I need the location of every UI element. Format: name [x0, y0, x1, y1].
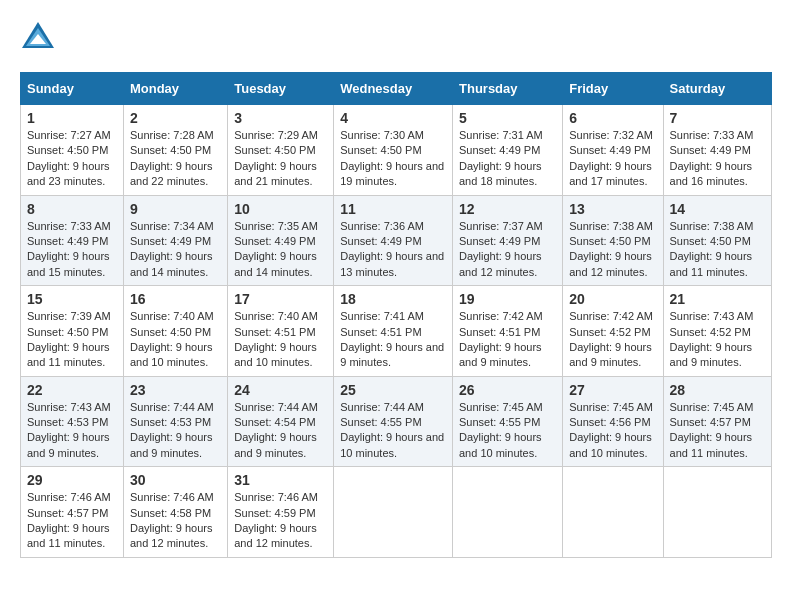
calendar-cell: 31 Sunrise: 7:46 AM Sunset: 4:59 PM Dayl…: [228, 467, 334, 558]
day-number: 25: [340, 382, 446, 398]
sunrise-label: Sunrise: 7:44 AM: [130, 401, 214, 413]
sunrise-label: Sunrise: 7:45 AM: [459, 401, 543, 413]
daylight-label: Daylight: 9 hours and 14 minutes.: [234, 250, 317, 277]
day-number: 26: [459, 382, 556, 398]
sunset-label: Sunset: 4:50 PM: [569, 235, 650, 247]
sunset-label: Sunset: 4:52 PM: [670, 326, 751, 338]
day-info: Sunrise: 7:40 AM Sunset: 4:50 PM Dayligh…: [130, 309, 221, 371]
column-header-sunday: Sunday: [21, 73, 124, 105]
calendar-cell: 26 Sunrise: 7:45 AM Sunset: 4:55 PM Dayl…: [453, 376, 563, 467]
sunrise-label: Sunrise: 7:44 AM: [234, 401, 318, 413]
calendar-cell: 11 Sunrise: 7:36 AM Sunset: 4:49 PM Dayl…: [334, 195, 453, 286]
daylight-label: Daylight: 9 hours and 16 minutes.: [670, 160, 753, 187]
day-number: 20: [569, 291, 656, 307]
sunrise-label: Sunrise: 7:44 AM: [340, 401, 424, 413]
day-info: Sunrise: 7:34 AM Sunset: 4:49 PM Dayligh…: [130, 219, 221, 281]
daylight-label: Daylight: 9 hours and 10 minutes.: [459, 431, 542, 458]
sunrise-label: Sunrise: 7:45 AM: [670, 401, 754, 413]
day-number: 16: [130, 291, 221, 307]
column-header-wednesday: Wednesday: [334, 73, 453, 105]
week-row-1: 1 Sunrise: 7:27 AM Sunset: 4:50 PM Dayli…: [21, 105, 772, 196]
calendar-cell: 9 Sunrise: 7:34 AM Sunset: 4:49 PM Dayli…: [123, 195, 227, 286]
day-number: 28: [670, 382, 765, 398]
sunset-label: Sunset: 4:55 PM: [459, 416, 540, 428]
sunrise-label: Sunrise: 7:29 AM: [234, 129, 318, 141]
calendar-cell: 30 Sunrise: 7:46 AM Sunset: 4:58 PM Dayl…: [123, 467, 227, 558]
sunset-label: Sunset: 4:51 PM: [459, 326, 540, 338]
header: [20, 20, 772, 56]
sunrise-label: Sunrise: 7:30 AM: [340, 129, 424, 141]
calendar-cell: 18 Sunrise: 7:41 AM Sunset: 4:51 PM Dayl…: [334, 286, 453, 377]
calendar-cell: 24 Sunrise: 7:44 AM Sunset: 4:54 PM Dayl…: [228, 376, 334, 467]
calendar-cell: 19 Sunrise: 7:42 AM Sunset: 4:51 PM Dayl…: [453, 286, 563, 377]
day-info: Sunrise: 7:44 AM Sunset: 4:53 PM Dayligh…: [130, 400, 221, 462]
sunset-label: Sunset: 4:49 PM: [340, 235, 421, 247]
logo-icon: [20, 20, 56, 56]
calendar-cell: 27 Sunrise: 7:45 AM Sunset: 4:56 PM Dayl…: [563, 376, 663, 467]
sunrise-label: Sunrise: 7:46 AM: [130, 491, 214, 503]
sunset-label: Sunset: 4:55 PM: [340, 416, 421, 428]
sunset-label: Sunset: 4:50 PM: [130, 144, 211, 156]
day-info: Sunrise: 7:33 AM Sunset: 4:49 PM Dayligh…: [670, 128, 765, 190]
day-info: Sunrise: 7:45 AM Sunset: 4:57 PM Dayligh…: [670, 400, 765, 462]
daylight-label: Daylight: 9 hours and 9 minutes.: [234, 431, 317, 458]
day-number: 8: [27, 201, 117, 217]
day-info: Sunrise: 7:27 AM Sunset: 4:50 PM Dayligh…: [27, 128, 117, 190]
sunrise-label: Sunrise: 7:33 AM: [670, 129, 754, 141]
day-number: 30: [130, 472, 221, 488]
column-header-saturday: Saturday: [663, 73, 771, 105]
sunrise-label: Sunrise: 7:33 AM: [27, 220, 111, 232]
calendar-cell: 1 Sunrise: 7:27 AM Sunset: 4:50 PM Dayli…: [21, 105, 124, 196]
daylight-label: Daylight: 9 hours and 9 minutes.: [459, 341, 542, 368]
daylight-label: Daylight: 9 hours and 9 minutes.: [27, 431, 110, 458]
sunset-label: Sunset: 4:59 PM: [234, 507, 315, 519]
calendar-cell: 15 Sunrise: 7:39 AM Sunset: 4:50 PM Dayl…: [21, 286, 124, 377]
calendar-cell: 6 Sunrise: 7:32 AM Sunset: 4:49 PM Dayli…: [563, 105, 663, 196]
sunrise-label: Sunrise: 7:32 AM: [569, 129, 653, 141]
daylight-label: Daylight: 9 hours and 15 minutes.: [27, 250, 110, 277]
logo: [20, 20, 60, 56]
daylight-label: Daylight: 9 hours and 10 minutes.: [234, 341, 317, 368]
sunset-label: Sunset: 4:53 PM: [27, 416, 108, 428]
day-number: 11: [340, 201, 446, 217]
day-info: Sunrise: 7:45 AM Sunset: 4:56 PM Dayligh…: [569, 400, 656, 462]
calendar-cell: [453, 467, 563, 558]
sunrise-label: Sunrise: 7:34 AM: [130, 220, 214, 232]
column-header-thursday: Thursday: [453, 73, 563, 105]
calendar-cell: 2 Sunrise: 7:28 AM Sunset: 4:50 PM Dayli…: [123, 105, 227, 196]
sunset-label: Sunset: 4:52 PM: [569, 326, 650, 338]
calendar-cell: 5 Sunrise: 7:31 AM Sunset: 4:49 PM Dayli…: [453, 105, 563, 196]
day-number: 22: [27, 382, 117, 398]
sunset-label: Sunset: 4:51 PM: [234, 326, 315, 338]
calendar-cell: [334, 467, 453, 558]
day-info: Sunrise: 7:43 AM Sunset: 4:53 PM Dayligh…: [27, 400, 117, 462]
daylight-label: Daylight: 9 hours and 12 minutes.: [130, 522, 213, 549]
calendar-cell: 13 Sunrise: 7:38 AM Sunset: 4:50 PM Dayl…: [563, 195, 663, 286]
day-number: 19: [459, 291, 556, 307]
sunset-label: Sunset: 4:49 PM: [670, 144, 751, 156]
sunrise-label: Sunrise: 7:35 AM: [234, 220, 318, 232]
calendar-cell: 23 Sunrise: 7:44 AM Sunset: 4:53 PM Dayl…: [123, 376, 227, 467]
day-number: 3: [234, 110, 327, 126]
day-info: Sunrise: 7:38 AM Sunset: 4:50 PM Dayligh…: [670, 219, 765, 281]
column-header-monday: Monday: [123, 73, 227, 105]
daylight-label: Daylight: 9 hours and 22 minutes.: [130, 160, 213, 187]
day-number: 14: [670, 201, 765, 217]
day-number: 13: [569, 201, 656, 217]
daylight-label: Daylight: 9 hours and 19 minutes.: [340, 160, 444, 187]
daylight-label: Daylight: 9 hours and 10 minutes.: [569, 431, 652, 458]
sunset-label: Sunset: 4:49 PM: [27, 235, 108, 247]
day-info: Sunrise: 7:40 AM Sunset: 4:51 PM Dayligh…: [234, 309, 327, 371]
daylight-label: Daylight: 9 hours and 12 minutes.: [459, 250, 542, 277]
week-row-4: 22 Sunrise: 7:43 AM Sunset: 4:53 PM Dayl…: [21, 376, 772, 467]
day-info: Sunrise: 7:32 AM Sunset: 4:49 PM Dayligh…: [569, 128, 656, 190]
daylight-label: Daylight: 9 hours and 9 minutes.: [340, 341, 444, 368]
day-info: Sunrise: 7:36 AM Sunset: 4:49 PM Dayligh…: [340, 219, 446, 281]
calendar-cell: 21 Sunrise: 7:43 AM Sunset: 4:52 PM Dayl…: [663, 286, 771, 377]
day-number: 18: [340, 291, 446, 307]
daylight-label: Daylight: 9 hours and 23 minutes.: [27, 160, 110, 187]
calendar-cell: 29 Sunrise: 7:46 AM Sunset: 4:57 PM Dayl…: [21, 467, 124, 558]
sunset-label: Sunset: 4:49 PM: [234, 235, 315, 247]
daylight-label: Daylight: 9 hours and 9 minutes.: [130, 431, 213, 458]
calendar-cell: 7 Sunrise: 7:33 AM Sunset: 4:49 PM Dayli…: [663, 105, 771, 196]
